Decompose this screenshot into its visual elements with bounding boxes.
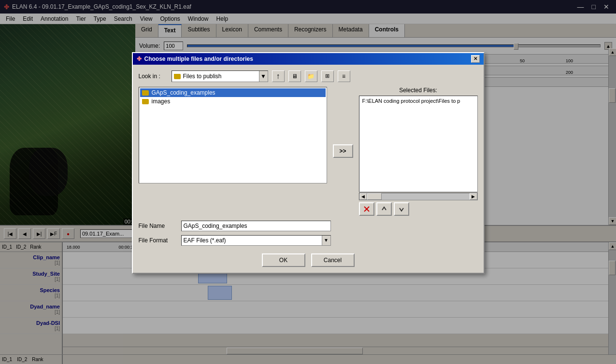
sf-move-down-btn[interactable]	[394, 202, 409, 216]
file-format-label: File Format	[139, 237, 177, 244]
modal-overlay: ✤ Choose multiple files and/or directori…	[0, 0, 616, 364]
cancel-button[interactable]: Cancel	[311, 253, 355, 267]
folder-icon-small	[174, 74, 181, 79]
add-to-selected-btn[interactable]: >>	[333, 144, 353, 158]
folder-icon-1	[142, 99, 149, 104]
dialog-buttons: OK Cancel	[139, 253, 478, 267]
toolbar-up-btn[interactable]: ↑	[272, 70, 285, 82]
dialog-logo: ✤	[137, 56, 142, 62]
selected-files-list[interactable]: F:\ELAN coding protocol project\Files to…	[359, 96, 478, 192]
down-icon	[398, 205, 405, 213]
toolbar-grid-btn[interactable]: ⊞	[321, 70, 334, 82]
file-item-1[interactable]: images	[140, 97, 326, 106]
delete-icon	[363, 205, 371, 213]
file-format-arrow[interactable]: ▼	[322, 236, 330, 245]
sf-move-up-btn[interactable]	[376, 202, 392, 216]
sf-scroll-left[interactable]: ◀	[359, 193, 367, 200]
sf-scroll-track	[367, 193, 470, 200]
sf-delete-btn[interactable]	[359, 202, 374, 216]
file-name-input[interactable]	[181, 221, 331, 231]
file-format-value: EAF Files (*.eaf)	[184, 237, 226, 244]
dialog-title-bar: ✤ Choose multiple files and/or directori…	[133, 53, 484, 65]
file-chooser-dialog: ✤ Choose multiple files and/or directori…	[132, 52, 485, 274]
sf-scroll-thumb[interactable]	[367, 193, 382, 200]
file-name-label: File Name	[139, 223, 177, 229]
toolbar-desktop-btn[interactable]: 🖥	[288, 70, 301, 82]
up-icon	[380, 205, 388, 213]
file-browser-row: GApS_coding_examples images >> Selected …	[139, 87, 478, 216]
file-list[interactable]: GApS_coding_examples images	[139, 87, 327, 183]
selected-files-scrollbar[interactable]: ◀ ▶	[359, 193, 478, 200]
dialog-title: Choose multiple files and/or directories	[144, 56, 253, 62]
folder-icon-0	[142, 90, 149, 96]
look-in-dropdown-arrow[interactable]: ▼	[259, 71, 268, 82]
file-item-0[interactable]: GApS_coding_examples	[140, 88, 326, 97]
look-in-dropdown[interactable]: Files to publish ▼	[172, 70, 268, 82]
file-name-row: File Name	[139, 221, 478, 231]
file-format-select[interactable]: EAF Files (*.eaf) ▼	[181, 235, 331, 246]
toolbar-newfolder-btn[interactable]: 📁	[305, 70, 317, 82]
sf-action-buttons	[359, 202, 478, 216]
look-in-value: Files to publish	[183, 73, 222, 80]
file-format-row: File Format EAF Files (*.eaf) ▼	[139, 235, 478, 246]
dialog-close-button[interactable]: ✕	[471, 55, 480, 63]
look-in-row: Look in : Files to publish ▼ ↑ 🖥 📁 ⊞ ≡	[139, 70, 478, 82]
selected-file-0: F:\ELAN coding protocol project\Files to…	[360, 97, 476, 105]
sf-scroll-right[interactable]: ▶	[470, 193, 477, 200]
selected-files-area: Selected Files: F:\ELAN coding protocol …	[359, 87, 478, 216]
arrow-btn-area: >>	[331, 87, 355, 216]
look-in-label: Look in :	[139, 73, 168, 80]
toolbar-list-btn[interactable]: ≡	[338, 70, 350, 82]
ok-button[interactable]: OK	[262, 253, 305, 267]
selected-files-label: Selected Files:	[359, 87, 478, 94]
